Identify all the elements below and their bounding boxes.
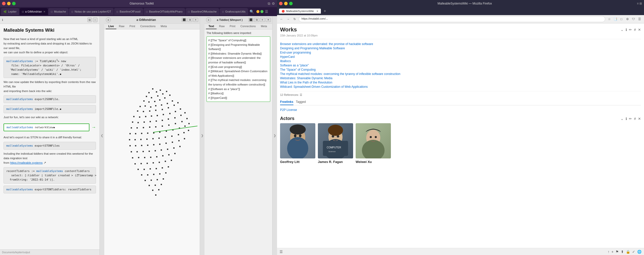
ff-forward-btn[interactable]: → [286,17,291,22]
right-splitter[interactable]: ❯ [273,16,277,255]
tiddler-stack-btn[interactable]: ⧉ [254,18,259,22]
tiddler-expand-btn[interactable]: ⬛ [248,18,253,22]
panel-stack-button[interactable]: ⧉ [87,18,92,22]
works-link-2[interactable]: Designing and Programming Malleable Soft… [280,47,641,50]
settings-icon[interactable]: ⚙ [272,2,275,6]
gtmondrian-menu-btn[interactable]: ≡ [193,18,198,22]
p2p-license-link[interactable]: P2P License [280,108,297,112]
ff-bookmark-btn[interactable]: 📑 [613,17,618,22]
code-import[interactable]: malleableSystems importJSONFile.◾ [4,105,96,113]
works-link-6[interactable]: Software as a "place" [280,64,641,67]
ff-url-bar[interactable]: https://mutabit.com/... [299,16,605,22]
tab-gtmondrian[interactable]: □ a GtMondrian ✕ [20,8,48,15]
gt-tab-live[interactable]: Live [106,24,116,29]
tab-notas[interactable]: □ Notas de uso para Lepiter/GT [69,8,114,15]
tiddler-close-btn[interactable]: ✕ [266,18,271,22]
ff-bottom-lock-icon[interactable]: 🔒 [626,250,630,254]
actors-close-icon[interactable]: ✕ [638,117,641,121]
actor-geoffrey-name: Geoffrey Litt [280,160,315,164]
gt-tab-meta[interactable]: Meta [158,24,169,29]
ff-bottom-share-icon[interactable]: ⚑ [616,250,619,254]
ff-bottom-check-icon[interactable]: ✓ [632,250,635,254]
tiddler-tab-text[interactable]: Text [206,24,217,29]
tab-fossil[interactable]: □ BaselineOfFossil [114,8,143,15]
ff-bottom-add-icon[interactable]: + [612,250,614,254]
works-edit-icon[interactable]: ✏ [629,28,632,32]
tiddler-menu-btn[interactable]: ≡ [260,18,265,22]
ff-shield-btn[interactable]: 🛡 [631,17,636,22]
gt-tab-raw[interactable]: Raw [116,24,127,29]
tab-mustache[interactable]: □ Mustache [48,8,69,15]
ff-reader-btn[interactable]: ⚙ [625,17,630,22]
works-link-8[interactable]: The mythical matched modules: overcoming… [280,72,641,76]
malleable-link[interactable]: https://malleable.systems [10,161,43,164]
tile-icon[interactable]: ⧉ [268,2,270,6]
actors-tag-icon[interactable]: # [634,117,636,121]
actors-collapse-icon[interactable]: ⌄ [621,117,624,121]
add-tiddler-button[interactable]: + [206,17,211,22]
ff-hamburger-icon[interactable]: ☰ [280,250,283,254]
ff-container-btn[interactable]: □ [619,17,624,22]
works-link-3[interactable]: End-user programming [280,51,641,54]
ff-bottom-flag-icon[interactable]: 🌐 [637,250,641,254]
code-network[interactable]: malleableSystems networkView◾ [4,123,89,131]
actor-geoffrey[interactable]: Geoffrey Litt [280,123,315,164]
tiddler-tab-raw[interactable]: Raw [217,24,227,29]
minimize-button[interactable] [7,2,11,5]
tiddler-tab-meta[interactable]: Meta [258,24,269,29]
code-export[interactable]: malleableSystems exportJSONFile. [4,95,96,103]
actor-james[interactable]: COMPUTER Science James R. Fagan [318,123,353,164]
works-link-11[interactable]: Wildcard: Spreadsheet-Driven Customizati… [280,85,641,89]
ff-star-btn[interactable]: ☆ [607,17,612,22]
works-link-7[interactable]: The "Space" of Computing [280,68,641,71]
ff-bottom-upload-icon[interactable]: ⬆ [621,250,624,254]
close-button[interactable] [2,2,6,5]
ff-menu-btn[interactable]: ☰ [637,17,642,22]
ff-back-btn[interactable]: ← [279,17,284,22]
center-splitter[interactable]: ❯ [200,16,205,255]
works-link-4[interactable]: HyperCard [280,55,641,59]
works-link-5[interactable]: liballocs [280,59,641,63]
sub-tab-freelinks[interactable]: Freelinks [280,99,293,105]
works-link-9[interactable]: Webstrates: Shareable Dynamic Media [280,76,641,80]
gt-tab-print[interactable]: Print [127,24,138,29]
tab-lepiter[interactable]: 🌿 Lepiter [1,8,19,15]
tab-tiddly[interactable]: □ BaselineOfTiddlyWikiPharo [144,8,185,15]
code-export-tiddlers[interactable]: malleableSystems exportSTONTiddlers: rec… [4,186,96,193]
works-close-icon[interactable]: ✕ [638,28,641,32]
search-icon[interactable]: 🔍 [249,10,255,14]
maximize-button[interactable] [12,2,16,5]
sub-tab-tagged[interactable]: Tagged [296,99,306,105]
ff-tab-close[interactable]: ✕ [316,10,318,13]
ff-new-tab-button[interactable]: + [322,8,328,14]
code-block-1[interactable]: malleableSystems := TiddlyWiki1> new fil… [4,57,96,78]
works-collapse-icon[interactable]: ⌄ [621,28,624,32]
left-splitter[interactable]: ❮ [100,16,104,255]
gt-tab-connections[interactable]: Connections [138,24,158,29]
actors-info-icon[interactable]: ℹ [626,117,627,121]
ff-bottom-bookmark-icon[interactable]: ↑ [608,250,609,254]
ff-max-btn[interactable] [289,2,293,5]
actors-edit-icon[interactable]: ✏ [629,117,632,121]
panel-collapse-button[interactable]: − [93,18,97,22]
works-tag-icon[interactable]: # [634,28,636,32]
code-recent[interactable]: recentTiddlers := malleableSystems conte… [4,167,96,184]
code-ston[interactable]: malleableSystems exportSTONFiles [4,142,96,150]
tiddler-tab-print[interactable]: Print [227,24,238,29]
tiddler-tab-connections[interactable]: Connections [238,24,258,29]
ff-reload-btn[interactable]: ↻ [292,17,297,22]
actor-weiwei[interactable]: Weiwei Xu [356,123,391,164]
ff-tab-active[interactable]: 🔴 MalleableSystemsWiki ✕ [279,9,321,14]
ff-close-btn[interactable] [279,2,283,5]
add-panel-button[interactable]: + [106,17,111,22]
tab-gtmondrian-close[interactable]: ✕ [43,10,45,13]
works-link-1[interactable]: Browser extensions are underrated: the p… [280,42,641,46]
menu-icon[interactable]: ☰ [264,10,269,14]
tab-mustache2[interactable]: □ BaselineOfMustache [186,8,219,15]
gtmondrian-expand-btn[interactable]: ⬛ [182,18,187,22]
gtmondrian-stack-btn[interactable]: ⧉ [187,18,192,22]
tab-grafoscopio[interactable]: □ GrafoscopioUtils [220,8,248,15]
works-info-icon[interactable]: ℹ [626,28,627,32]
works-link-10[interactable]: What Lies in the Path of the Revolution [280,81,641,84]
ff-min-btn[interactable] [284,2,288,5]
